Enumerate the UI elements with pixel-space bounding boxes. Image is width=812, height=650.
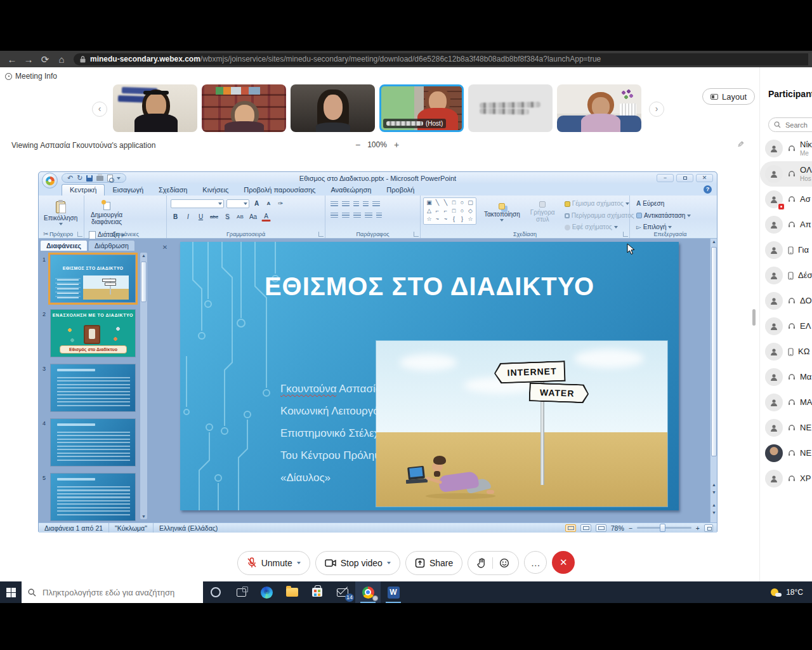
shape-icon[interactable]: ~	[442, 215, 450, 223]
participant-row[interactable]: Δέσ	[760, 263, 812, 288]
shrink-font-button[interactable]: A	[264, 199, 273, 208]
clear-formatting-button[interactable]: ✑	[276, 199, 285, 208]
bullets-icon[interactable]	[331, 200, 338, 206]
reactions-button[interactable]	[468, 551, 519, 575]
slide-scrollbar[interactable]: ▲ ▲ ▼ ▲ ▼	[710, 239, 717, 522]
help-icon[interactable]: ?	[704, 185, 712, 194]
store-button[interactable]	[304, 581, 330, 603]
shape-icon[interactable]: ○	[458, 199, 466, 207]
pane-close-icon[interactable]: ✕	[162, 244, 167, 251]
change-case-button[interactable]: Aa	[248, 212, 258, 222]
ppt-titlebar[interactable]: ↶ ↻ Εθισμος στο Διαδικτυο.pptx - Microso…	[39, 172, 717, 184]
participants-search[interactable]	[768, 117, 812, 132]
font-color-button[interactable]: A	[261, 212, 271, 222]
shape-fill-button[interactable]: Γέμισμα σχήματος	[565, 200, 640, 208]
office-button[interactable]	[42, 173, 58, 189]
file-explorer-button[interactable]	[279, 581, 304, 603]
zoom-slider-thumb[interactable]	[660, 524, 665, 532]
reload-icon[interactable]: ⟳	[37, 55, 53, 64]
select-button[interactable]: ▻Επιλογή	[636, 223, 691, 232]
dialog-launcher-icon[interactable]	[623, 232, 628, 237]
unmute-options-icon[interactable]	[297, 562, 301, 564]
chrome-button[interactable]	[355, 581, 381, 603]
redo-icon[interactable]: ↻	[77, 175, 82, 182]
participant-row[interactable]: Μα	[760, 364, 812, 390]
grow-font-button[interactable]: A	[252, 199, 261, 208]
shape-icon[interactable]: ○	[458, 207, 466, 215]
print-icon[interactable]	[96, 176, 103, 181]
start-button[interactable]	[0, 581, 22, 603]
slide-thumbnail-2[interactable]: ΕΝΑΣΧΟΛΗΣΗ ΜΕ ΤΟ ΔΙΑΔΙΚΤΥΟ Εθισμός στο Δ…	[50, 309, 136, 357]
slide-sorter-button[interactable]	[580, 524, 591, 532]
paste-button[interactable]: Επικόλληση	[41, 197, 80, 229]
zoom-in-button[interactable]: +	[394, 140, 399, 150]
back-icon[interactable]: ←	[4, 55, 20, 64]
address-bar[interactable]: minedu-secondary.webex.com /wbxmjs/joins…	[74, 53, 808, 65]
pane-tab[interactable]: Διάρθρωση	[88, 240, 135, 251]
slide-thumbnail-1[interactable]: ΕΘΙΣΜΟΣ ΣΤΟ ΔΙΑΔΙΚΤΥΟ	[50, 255, 136, 303]
ppt-zoom-out[interactable]: −	[629, 524, 632, 532]
text-shadow-button[interactable]: S	[223, 212, 232, 222]
ribbon-tab[interactable]: Κεντρική	[62, 184, 105, 196]
shape-icon[interactable]: ⌐	[442, 207, 450, 215]
participant-row[interactable]: ΟΛHos	[760, 161, 812, 187]
print-preview-icon[interactable]	[107, 175, 113, 182]
shape-icon[interactable]: ▢	[466, 199, 475, 207]
dialog-launcher-icon[interactable]	[77, 232, 82, 237]
video-thumbnail-1[interactable]	[113, 84, 197, 132]
font-size-combo[interactable]	[226, 199, 249, 208]
filmstrip-prev-button[interactable]: ‹	[92, 102, 107, 117]
shape-icon[interactable]: ☆	[425, 215, 433, 223]
shape-effects-button[interactable]: Εφέ σχήματος	[565, 223, 640, 232]
stop-video-button[interactable]: Stop video	[315, 551, 400, 575]
font-family-combo[interactable]	[171, 199, 224, 208]
shape-outline-button[interactable]: Περίγραμμα σχήματος	[565, 212, 640, 220]
shape-icon[interactable]: ╲	[433, 199, 442, 207]
maximize-button[interactable]	[676, 174, 693, 182]
shape-icon[interactable]: }	[458, 215, 466, 223]
filmstrip-next-button[interactable]: ›	[649, 102, 664, 117]
forward-icon[interactable]: →	[20, 55, 37, 64]
participant-row[interactable]: ΝΕ	[760, 441, 812, 466]
more-options-button[interactable]: …	[524, 551, 547, 574]
cortana-button[interactable]	[203, 581, 228, 603]
line-spacing-icon[interactable]	[372, 200, 380, 206]
ribbon-tab[interactable]: Κινήσεις	[195, 185, 236, 196]
mail-button[interactable]: 14	[330, 581, 355, 603]
meeting-info[interactable]: Meeting Info	[5, 72, 57, 81]
numbering-icon[interactable]	[342, 200, 350, 206]
character-spacing-button[interactable]: AB	[235, 212, 245, 222]
shape-icon[interactable]: ~	[433, 215, 442, 223]
shape-icon[interactable]: □	[450, 199, 458, 207]
dialog-launcher-icon[interactable]	[414, 232, 419, 237]
shape-icon[interactable]: △	[425, 207, 433, 215]
ribbon-tab[interactable]: Προβολή	[379, 185, 422, 196]
annotate-icon[interactable]: ✎	[737, 140, 744, 149]
ppt-zoom-in[interactable]: +	[696, 524, 700, 532]
video-thumbnail-3[interactable]	[291, 84, 375, 132]
save-icon[interactable]	[86, 175, 93, 182]
participant-row[interactable]: Ασ	[760, 187, 812, 212]
language-indicator[interactable]: Ελληνικά (Ελλάδας)	[154, 523, 223, 533]
slide-canvas[interactable]: ΕΘΙΣΜΟΣ ΣΤΟ ΔΙΑΔΙΚΤΥΟ Γκουντούνα Ασπασία…	[180, 242, 679, 510]
zoom-out-button[interactable]: −	[355, 140, 360, 150]
participant-row[interactable]: ΜΑ	[760, 390, 812, 415]
task-view-button[interactable]	[228, 581, 254, 603]
ribbon-tab[interactable]: Εισαγωγή	[105, 185, 151, 196]
participant-row[interactable]: ΧΡ	[760, 466, 812, 491]
shape-icon[interactable]: ⌐	[433, 207, 442, 215]
align-center-icon[interactable]	[342, 211, 350, 218]
video-thumbnail-2[interactable]	[202, 84, 286, 132]
slide-thumbnail-4[interactable]	[50, 418, 136, 467]
leave-meeting-button[interactable]: ✕	[552, 551, 575, 574]
underline-button[interactable]: U	[196, 212, 206, 222]
justify-icon[interactable]	[365, 211, 372, 218]
taskbar-weather[interactable]: 18°C	[771, 588, 812, 597]
layout-button[interactable]: Layout	[702, 88, 755, 105]
edge-button[interactable]	[254, 581, 279, 603]
participant-row[interactable]: ΔΟ	[760, 288, 812, 314]
word-button[interactable]: W	[381, 581, 406, 603]
shape-icon[interactable]: ☆	[466, 215, 475, 223]
pane-tab[interactable]: Διαφάνειες	[40, 240, 88, 251]
align-left-icon[interactable]	[331, 211, 338, 218]
